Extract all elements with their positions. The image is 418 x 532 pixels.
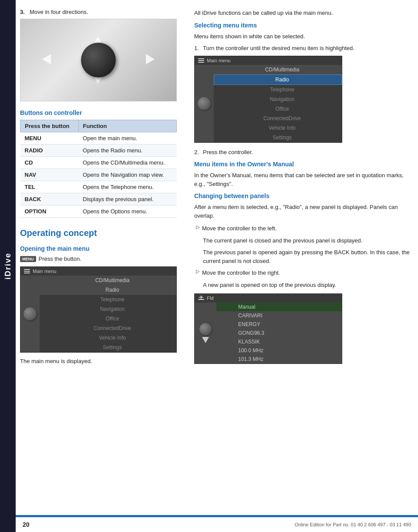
left-menu-item: Settings [40,343,176,352]
svg-rect-1 [201,296,202,299]
left-menu-item: Navigation [40,304,176,314]
button-function-cell: Opens the Options menu. [78,205,176,218]
table-row: MENUOpen the main menu. [20,132,177,145]
table-row: BACKDisplays the previous panel. [20,193,177,205]
menu-icon-line-1 [24,269,30,270]
fm-item: ENERGY [216,320,342,329]
changing-panels-bullets: ▷Move the controller to the left.The cur… [194,224,414,289]
menu-icon-line-3 [24,273,30,273]
right-menu-item: Settings [214,133,342,142]
page-number: 20 [23,521,30,528]
bullet-sub-text: A new panel is opened on top of the prev… [203,281,414,290]
right-step-1: 1. Turn the controller until the desired… [194,45,414,51]
left-small-knob-area [20,276,40,352]
arrow-right-icon [146,54,155,64]
bullet-item: ▷Move the controller to the left. [194,224,414,233]
step-3-num: 3. [20,9,27,15]
right-menu-item: Radio [214,74,342,85]
fm-antenna-icon [198,296,204,301]
right-menu-item: ConnectedDrive [214,114,342,123]
button-function-cell: Open the main menu. [78,132,176,145]
buttons-table: Press the button Function MENUOpen the m… [20,120,177,218]
left-column: 3. Move in four directions. Buttons on c… [20,9,185,370]
left-menu-with-knob: CD/MultimediaRadioTelephoneNavigationOff… [20,276,176,352]
right-menu-item: Telephone [214,85,342,94]
table-row: CDOpens the CD/Multimedia menu. [20,157,177,169]
button-name-cell: MENU [20,132,79,145]
left-menu-item: CD/Multimedia [40,276,176,285]
right-small-knob-area [195,65,214,142]
bullet-item: ▷Move the controller to the right. [194,269,414,277]
right-menu-with-knob: CD/MultimediaRadioTelephoneNavigationOff… [195,65,342,142]
button-name-cell: TEL [20,181,79,193]
left-small-knob [24,307,37,320]
left-menu-items-col: CD/MultimediaRadioTelephoneNavigationOff… [40,276,176,352]
right-step-1-text: Turn the controller until the desired me… [203,45,354,51]
bullet-main-text: Move the controller to the left. [202,224,414,233]
table-col1-header: Press the button [20,120,79,132]
opening-menu-heading: Opening the main menu [20,245,185,252]
right-menu-icon [198,58,204,63]
owners-manual-heading: Menu items in the Owner's Manual [194,161,414,168]
table-row: OPTIONOpens the Options menu. [20,205,177,218]
bullet-main-text: Move the controller to the right. [202,269,414,277]
button-name-cell: BACK [20,193,79,205]
fm-items-col: ManualCARIVARIENERGYGONG96.3KLASSIK100.0… [216,303,342,364]
fm-title: FM [207,296,214,301]
right-step-2-text: Press the controller. [203,149,253,155]
fm-display: FM ManualCARIVARIENERGYGONG96.3KLASSIK10… [194,293,342,364]
table-row: NAVOpens the Navigation map view. [20,169,177,181]
bullet-arrow-icon: ▷ [196,269,199,274]
svg-rect-2 [199,296,201,298]
controller-knob [81,43,116,77]
right-step-2: 2. Press the controller. [194,149,414,155]
left-menu-item: Vehicle Info [40,333,176,343]
table-col2-header: Function [78,120,176,132]
fm-knob-area [195,303,216,364]
left-menu-item: Office [40,314,176,323]
changing-panels-body: After a menu item is selected, e.g., "Ra… [194,203,414,220]
press-button-text: Press the button. [39,256,81,262]
left-menu-title: Main menu [33,269,56,274]
left-menu-title-bar: Main menu [20,267,176,276]
changing-panels-heading: Changing between panels [194,192,414,199]
button-function-cell: Opens the CD/Multimedia menu. [78,157,176,169]
button-name-cell: RADIO [20,145,79,157]
left-menu-item: Telephone [40,295,176,304]
button-name-cell: CD [20,157,79,169]
step-3-text: Move in four directions. [30,9,88,15]
table-row: RADIOOpens the Radio menu. [20,145,177,157]
svg-rect-3 [202,296,203,298]
fm-item: Manual [216,303,342,311]
right-menu-item: Vehicle Info [214,123,342,133]
right-menu-icon-line-1 [198,58,204,59]
footer-text: Online Edition for Part no. 01 40 2 606 … [295,522,411,527]
fm-title-bar: FM [195,294,342,303]
table-row: TELOpens the Telephone menu. [20,181,177,193]
selecting-items-body: Menu items shown in white can be selecte… [194,32,414,41]
footer: 20 Online Edition for Part no. 01 40 2 6… [16,516,418,532]
right-menu-icon-line-2 [198,60,204,61]
operating-concept-heading: Operating concept [20,228,185,238]
right-step-1-num: 1. [194,45,203,51]
buttons-section-heading: Buttons on controller [20,109,185,116]
sidebar-label: iDrive [3,253,13,279]
sidebar: iDrive [0,0,16,532]
right-menu-item: Navigation [214,94,342,104]
fm-with-knob: ManualCARIVARIENERGYGONG96.3KLASSIK100.0… [195,303,342,364]
fm-knob [199,323,212,335]
fm-item: GONG96.3 [216,329,342,337]
button-function-cell: Displays the previous panel. [78,193,176,205]
main-content: 3. Move in four directions. Buttons on c… [16,0,418,387]
left-menu-item: ConnectedDrive [40,323,176,333]
controller-image [20,19,177,101]
button-name-cell: OPTION [20,205,79,218]
left-menu-item: Radio [40,285,176,295]
svg-rect-0 [198,299,204,300]
right-column: All iDrive functions can be called up vi… [194,9,414,370]
bullet-sub-text: The current panel is closed and the prev… [203,236,414,245]
right-menu-icon-line-3 [198,62,204,63]
menu-badge: MENU [20,256,36,262]
right-main-menu-display: Main menu CD/MultimediaRadioTelephoneNav… [194,56,342,143]
menu-icon [24,269,30,273]
